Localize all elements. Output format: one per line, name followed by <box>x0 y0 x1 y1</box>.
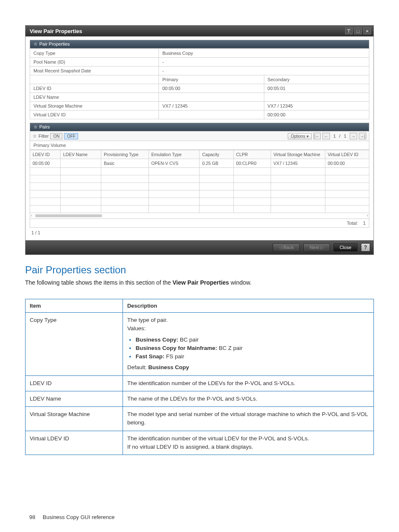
chevron-down-icon: ▾ <box>307 134 309 139</box>
virtual-ldev-id-primary <box>159 111 264 119</box>
col-ldev-name[interactable]: LDEV Name <box>60 150 101 159</box>
total-label: Total: <box>347 221 358 226</box>
snapshot-date-value: - <box>159 67 369 75</box>
filter-off-toggle[interactable]: OFF <box>64 133 78 139</box>
filter-on-toggle[interactable]: ON <box>50 133 62 139</box>
pager-under: 1 / 1 <box>30 228 369 238</box>
virtual-ldev-id-secondary: 00:00:00 <box>264 111 369 119</box>
doc-col-description: Description <box>123 299 374 313</box>
table-row <box>30 198 369 206</box>
doc-row-ldev-id: LDEV ID The identification number of the… <box>26 375 374 391</box>
doc-item: Virtual Storage Machine <box>26 407 123 431</box>
vsm-secondary: VX7 / 12345 <box>264 102 369 111</box>
virtual-ldev-id-label: Virtual LDEV ID <box>30 111 159 119</box>
cell-provisioning-type: Basic <box>101 159 149 168</box>
doc-item: LDEV Name <box>26 391 123 406</box>
close-icon[interactable]: × <box>363 28 371 34</box>
col-virtual-ldev-id[interactable]: Virtual LDEV ID <box>325 150 369 159</box>
page-current: 1 <box>332 134 338 139</box>
secondary-header: Secondary <box>264 75 369 84</box>
doc-bold: Fast Snap: <box>136 353 164 360</box>
page-number: 98 <box>29 514 35 520</box>
table-row <box>30 183 369 190</box>
section-heading: Pair Properties section <box>25 264 374 276</box>
doc-bold: Business Copy: <box>136 337 178 343</box>
pairs-toolbar: ☆ Filter ON OFF Options ▾ |← ← 1 / 1 → <box>30 131 369 141</box>
cell-vldev: 00:00:00 <box>325 159 369 168</box>
button-bar: ◁ Back Next ▷ Close ? <box>26 240 373 254</box>
doc-col-item: Item <box>26 299 123 313</box>
ldev-name-secondary <box>264 93 369 102</box>
pairs-grid: LDEV ID LDEV Name Provisioning Type Emul… <box>30 150 369 213</box>
filter-star-icon: ☆ <box>33 134 37 139</box>
snapshot-date-label: Most Recent Snapshot Date <box>30 67 159 75</box>
doc-row-vldev: Virtual LDEV ID The identification numbe… <box>26 431 374 455</box>
pair-properties-header-label: Pair Properties <box>39 41 70 46</box>
table-row <box>30 206 369 213</box>
doc-text: Default: <box>127 364 148 370</box>
pairs-header: ☆Pairs <box>30 123 369 131</box>
primary-volume-header: Primary Volume <box>30 141 369 150</box>
page-next-button[interactable]: → <box>350 133 357 139</box>
page-first-button[interactable]: |← <box>313 133 321 139</box>
back-button[interactable]: ◁ Back <box>273 243 300 252</box>
section-intro-bold: View Pair Properties <box>173 279 229 286</box>
horizontal-scrollbar[interactable]: ‹ › <box>30 213 369 219</box>
ldev-id-primary: 00:05:00 <box>159 84 264 93</box>
close-button[interactable]: Close <box>333 243 358 252</box>
options-dropdown[interactable]: Options ▾ <box>288 133 311 139</box>
minimize-icon[interactable]: ⊤ <box>345 28 353 34</box>
copy-type-value: Business Copy <box>159 49 369 58</box>
next-button[interactable]: Next ▷ <box>303 243 330 252</box>
pool-name-value: - <box>159 58 369 67</box>
list-item: Business Copy: BC pair <box>136 336 369 344</box>
page-prev-button[interactable]: ← <box>322 133 330 139</box>
doc-bold: Business Copy <box>148 364 189 370</box>
cell-capacity: 0.25 GB <box>200 159 233 168</box>
scrollbar-thumb[interactable] <box>35 214 102 217</box>
page-total: 1 <box>342 134 348 139</box>
pairs-header-label: Pairs <box>39 124 50 129</box>
scroll-left-icon[interactable]: ‹ <box>31 213 32 218</box>
page-sep: / <box>339 134 340 139</box>
titlebar: View Pair Properties ⊤ □ × <box>26 26 373 36</box>
doc-row-ldev-name: LDEV Name The name of the LDEVs for the … <box>26 391 374 406</box>
help-button[interactable]: ? <box>361 243 370 252</box>
col-virtual-storage-machine[interactable]: Virtual Storage Machine <box>271 150 325 159</box>
doc-row-vsm: Virtual Storage Machine The model type a… <box>26 407 374 431</box>
copy-type-label: Copy Type <box>30 49 159 58</box>
star-icon: ☆ <box>33 41 38 46</box>
col-clpr[interactable]: CLPR <box>233 150 271 159</box>
panel-body: ☆Pair Properties Copy Type Business Copy… <box>26 36 373 240</box>
doc-desc: The identification number of the LDEVs f… <box>123 375 374 391</box>
pair-properties-table: Copy Type Business Copy Pool Name (ID) -… <box>30 49 369 119</box>
doc-row-copy-type: Copy Type The type of pair. Values: Busi… <box>26 313 374 376</box>
doc-text: BC pair <box>178 337 199 343</box>
ldev-id-secondary: 00:05:01 <box>264 84 369 93</box>
cell-vsm: VX7 / 12345 <box>271 159 325 168</box>
footer-text: Business Copy GUI reference <box>43 514 115 520</box>
doc-text: Default: Business Copy <box>127 363 369 372</box>
doc-item: Copy Type <box>26 313 123 376</box>
ldev-id-label: LDEV ID <box>30 84 159 93</box>
pool-name-label: Pool Name (ID) <box>30 58 159 67</box>
maximize-icon[interactable]: □ <box>354 28 362 34</box>
scroll-right-icon[interactable]: › <box>367 213 368 218</box>
col-ldev-id[interactable]: LDEV ID <box>30 150 61 159</box>
doc-text: Values: <box>127 324 369 333</box>
col-emulation-type[interactable]: Emulation Type <box>148 150 200 159</box>
page-last-button[interactable]: →| <box>359 133 366 139</box>
col-capacity[interactable]: Capacity <box>200 150 233 159</box>
col-provisioning-type[interactable]: Provisioning Type <box>101 150 149 159</box>
table-row[interactable]: 00:05:00 Basic OPEN-V CVS 0.25 GB 00:CLP… <box>30 159 369 168</box>
vsm-label: Virtual Storage Machine <box>30 102 159 111</box>
table-row <box>30 190 369 198</box>
filter-label: Filter <box>38 134 49 139</box>
properties-description-table: Item Description Copy Type The type of p… <box>25 299 374 455</box>
cell-ldev-name <box>60 159 101 168</box>
primary-header: Primary <box>159 75 264 84</box>
doc-text: If no virtual LDEV ID is assigned, a bla… <box>127 443 369 451</box>
cell-clpr: 00:CLPR0 <box>233 159 271 168</box>
doc-text: FS pair <box>164 353 184 360</box>
vsm-primary: VX7 / 12345 <box>159 102 264 111</box>
